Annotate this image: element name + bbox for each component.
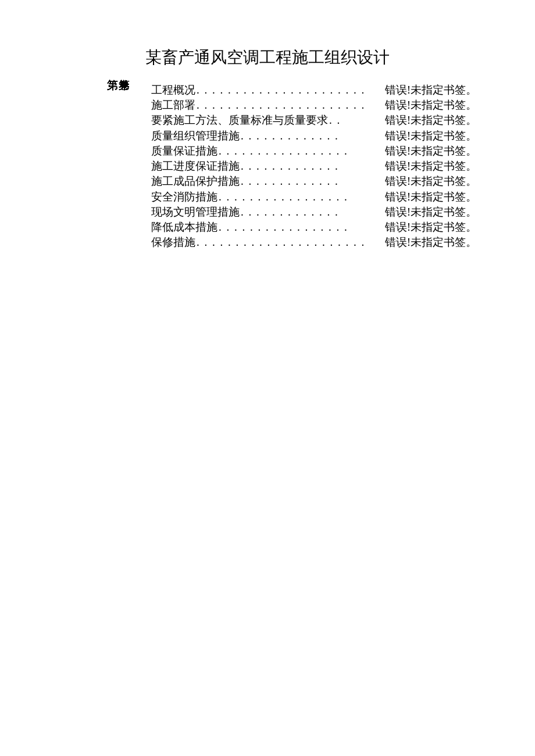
toc-dots: . . . . . . . . . . . . . . . . . . . . … (195, 98, 385, 113)
toc-dots: . . . . . . . . . . . . . (240, 174, 385, 189)
toc-page: 错误!未指定书签。 (385, 235, 477, 250)
toc-dots: . . . . . . . . . . . . . . . . . . . . … (195, 83, 385, 98)
toc-label: 施工成品保护措施 (151, 174, 240, 189)
toc-dots: . . . . . . . . . . . . . . . . . . . . … (195, 235, 385, 250)
toc-row: 保修措施 . . . . . . . . . . . . . . . . . .… (151, 235, 477, 250)
toc-dots: . . . . . . . . . . . . . . . . . (217, 144, 385, 159)
toc-row: 质量保证措施 . . . . . . . . . . . . . . . . .… (151, 144, 477, 159)
toc-label: 降低成本措施 (151, 220, 217, 235)
table-of-contents: 工程概况 . . . . . . . . . . . . . . . . . .… (151, 83, 477, 250)
toc-row: 施工进度保证措施 . . . . . . . . . . . . . 错误!未指… (151, 159, 477, 174)
toc-dots: . . (328, 113, 385, 128)
toc-label: 施工部署 (151, 98, 195, 113)
document-page: 某畜产通风空调工程施工组织设计 卷卷卷卷卷卷卷卷第第第 第第第第第第 工程概况 … (0, 0, 535, 250)
toc-dots: . . . . . . . . . . . . . . . . . (217, 220, 385, 235)
toc-row: 工程概况 . . . . . . . . . . . . . . . . . .… (151, 83, 477, 98)
toc-row: 要紧施工方法、质量标准与质量要求 . . 错误!未指定书签。 (151, 113, 477, 128)
toc-row: 施工成品保护措施 . . . . . . . . . . . . . 错误!未指… (151, 174, 477, 189)
toc-dots: . . . . . . . . . . . . . (240, 128, 385, 144)
toc-dots: . . . . . . . . . . . . . . . . . (217, 189, 385, 205)
toc-page: 错误!未指定书签。 (385, 98, 477, 113)
toc-label: 要紧施工方法、质量标准与质量要求 (151, 113, 328, 128)
toc-page: 错误!未指定书签。 (385, 159, 477, 174)
document-title: 某畜产通风空调工程施工组织设计 (0, 46, 535, 69)
toc-page: 错误!未指定书签。 (385, 144, 477, 159)
toc-dots: . . . . . . . . . . . . . (240, 205, 385, 220)
toc-dots: . . . . . . . . . . . . . (240, 159, 385, 174)
toc-page: 错误!未指定书签。 (385, 83, 477, 98)
toc-page: 错误!未指定书签。 (385, 189, 477, 205)
content-wrap: 工程概况 . . . . . . . . . . . . . . . . . .… (105, 83, 454, 250)
toc-label: 保修措施 (151, 235, 195, 250)
toc-row: 降低成本措施 . . . . . . . . . . . . . . . . .… (151, 220, 477, 235)
toc-label: 施工进度保证措施 (151, 159, 240, 174)
toc-row: 现场文明管理措施 . . . . . . . . . . . . . 错误!未指… (151, 205, 477, 220)
toc-page: 错误!未指定书签。 (385, 205, 477, 220)
toc-label: 工程概况 (151, 83, 195, 98)
toc-page: 错误!未指定书签。 (385, 113, 477, 128)
toc-label: 现场文明管理措施 (151, 205, 240, 220)
toc-row: 施工部署 . . . . . . . . . . . . . . . . . .… (151, 98, 477, 113)
toc-label: 质量组织管理措施 (151, 128, 240, 144)
toc-row: 安全消防措施 . . . . . . . . . . . . . . . . .… (151, 189, 477, 205)
toc-label: 质量保证措施 (151, 144, 217, 159)
toc-page: 错误!未指定书签。 (385, 220, 477, 235)
toc-page: 错误!未指定书签。 (385, 174, 477, 189)
toc-row: 质量组织管理措施 . . . . . . . . . . . . . 错误!未指… (151, 128, 477, 144)
toc-label: 安全消防措施 (151, 189, 217, 205)
toc-page: 错误!未指定书签。 (385, 128, 477, 144)
